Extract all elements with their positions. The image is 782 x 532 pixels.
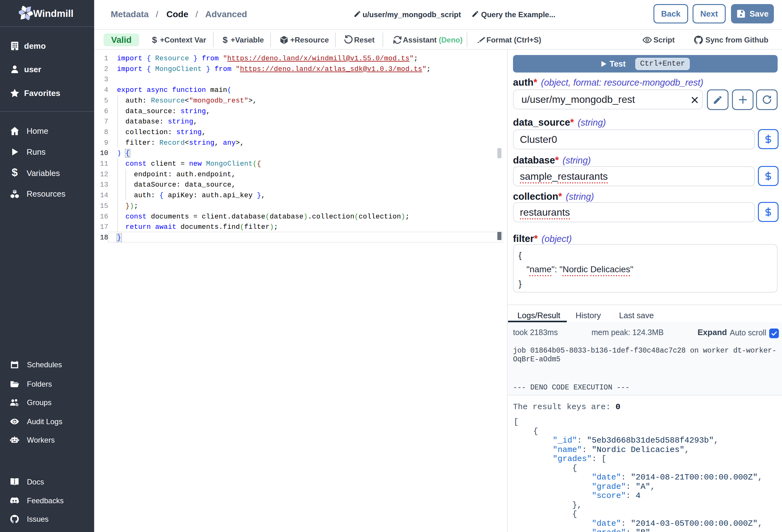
svg-text:$: $ bbox=[11, 168, 17, 178]
